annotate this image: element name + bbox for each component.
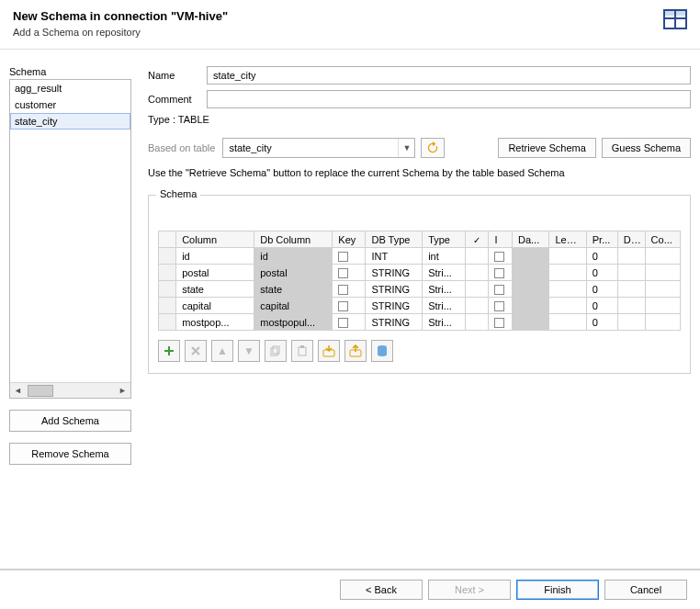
retrieve-schema-button[interactable]: Retrieve Schema <box>498 138 595 158</box>
cell-column[interactable]: state <box>176 281 254 298</box>
cell-key[interactable] <box>333 281 366 298</box>
cell-pr[interactable]: 0 <box>586 265 617 281</box>
checkbox-icon[interactable] <box>338 252 348 262</box>
cell-co[interactable] <box>645 298 680 314</box>
cell-db-type[interactable]: STRING <box>366 265 423 281</box>
back-button[interactable]: < Back <box>340 580 423 600</box>
schema-list[interactable]: agg_result customer state_city ◄ ► <box>9 79 131 399</box>
cell-d[interactable] <box>617 281 645 298</box>
cell-db-column[interactable]: state <box>254 281 333 298</box>
database-button[interactable] <box>371 340 393 362</box>
cell-pr[interactable]: 0 <box>586 248 617 265</box>
cell-len[interactable] <box>549 281 586 298</box>
cell-i[interactable] <box>489 265 513 281</box>
cell-db-type[interactable]: INT <box>366 248 423 265</box>
cell-column[interactable]: id <box>176 248 254 265</box>
refresh-button[interactable] <box>421 138 445 158</box>
cell-key[interactable] <box>333 265 366 281</box>
row-header[interactable] <box>159 265 176 281</box>
col-header[interactable]: Column <box>176 231 254 248</box>
move-up-button[interactable]: ▲ <box>211 340 233 362</box>
cell-pr[interactable]: 0 <box>586 314 617 331</box>
paste-button[interactable] <box>291 340 313 362</box>
col-header[interactable]: Key <box>333 231 366 248</box>
hscrollbar[interactable]: ◄ ► <box>10 382 130 398</box>
cell-db-type[interactable]: STRING <box>366 298 423 314</box>
cell-type[interactable]: Stri... <box>423 281 466 298</box>
table-row[interactable]: mostpop...mostpopul...STRINGStri...0 <box>159 314 681 331</box>
cell-db-column[interactable]: id <box>254 248 333 265</box>
finish-button[interactable]: Finish <box>516 580 599 600</box>
col-header[interactable]: D... <box>617 231 645 248</box>
export-button[interactable] <box>344 340 367 362</box>
cell-db-column[interactable]: capital <box>254 298 333 314</box>
checkbox-icon[interactable] <box>494 285 504 295</box>
cell-key[interactable] <box>333 248 366 265</box>
cell-pr[interactable]: 0 <box>586 281 617 298</box>
cell-column[interactable]: postal <box>176 265 254 281</box>
col-header[interactable]: Pr... <box>586 231 617 248</box>
checkbox-icon[interactable] <box>338 285 348 295</box>
cell-key[interactable] <box>333 298 366 314</box>
col-header-checkbox[interactable] <box>465 231 489 248</box>
scroll-left-arrow-icon[interactable]: ◄ <box>10 383 26 399</box>
col-header[interactable]: Len... <box>549 231 586 248</box>
col-header[interactable]: Type <box>423 231 466 248</box>
cell-da[interactable] <box>512 281 548 298</box>
cell-len[interactable] <box>549 265 586 281</box>
row-header[interactable] <box>159 248 176 265</box>
col-header[interactable]: Da... <box>512 231 548 248</box>
chevron-down-icon[interactable]: ▼ <box>398 139 414 157</box>
checkbox-icon[interactable] <box>494 268 504 278</box>
checkbox-icon[interactable] <box>338 318 348 328</box>
cell-flag[interactable] <box>465 265 489 281</box>
row-header[interactable] <box>159 314 176 331</box>
copy-button[interactable] <box>265 340 287 362</box>
cell-db-type[interactable]: STRING <box>366 281 423 298</box>
cell-db-column[interactable]: postal <box>254 265 333 281</box>
cell-flag[interactable] <box>465 248 489 265</box>
move-down-button[interactable]: ▼ <box>238 340 260 362</box>
table-row[interactable]: capitalcapitalSTRINGStri...0 <box>159 298 681 314</box>
schema-item[interactable]: agg_result <box>10 80 130 96</box>
cell-co[interactable] <box>645 265 680 281</box>
scroll-right-arrow-icon[interactable]: ► <box>115 383 130 399</box>
row-header[interactable] <box>159 298 176 314</box>
cell-type[interactable]: Stri... <box>423 265 466 281</box>
table-row[interactable]: statestateSTRINGStri...0 <box>159 281 681 298</box>
cancel-button[interactable]: Cancel <box>604 580 687 600</box>
col-header[interactable]: Db Column <box>254 231 333 248</box>
name-input[interactable] <box>207 66 691 85</box>
cell-type[interactable]: int <box>423 248 466 265</box>
col-header[interactable]: DB Type <box>366 231 423 248</box>
checkbox-icon[interactable] <box>338 268 348 278</box>
row-header[interactable] <box>159 281 176 298</box>
scroll-thumb[interactable] <box>28 385 53 397</box>
cell-db-column[interactable]: mostpopul... <box>254 314 333 331</box>
cell-da[interactable] <box>512 248 548 265</box>
import-button[interactable] <box>318 340 340 362</box>
cell-d[interactable] <box>617 298 645 314</box>
based-on-combo[interactable]: ▼ <box>222 138 415 158</box>
cell-i[interactable] <box>489 248 513 265</box>
cell-flag[interactable] <box>465 281 489 298</box>
schema-item[interactable]: customer <box>10 96 130 113</box>
cell-len[interactable] <box>549 298 586 314</box>
cell-d[interactable] <box>617 265 645 281</box>
guess-schema-button[interactable]: Guess Schema <box>602 138 691 158</box>
cell-i[interactable] <box>489 314 513 331</box>
cell-db-type[interactable]: STRING <box>366 314 423 331</box>
cell-d[interactable] <box>617 248 645 265</box>
cell-co[interactable] <box>645 248 680 265</box>
cell-len[interactable] <box>549 314 586 331</box>
remove-schema-button[interactable]: Remove Schema <box>9 443 131 465</box>
checkbox-icon[interactable] <box>494 301 504 311</box>
col-header[interactable]: Co... <box>645 231 680 248</box>
add-row-button[interactable] <box>158 340 180 362</box>
cell-type[interactable]: Stri... <box>423 298 466 314</box>
comment-input[interactable] <box>207 90 691 108</box>
cell-da[interactable] <box>512 265 548 281</box>
based-on-input[interactable] <box>223 142 398 153</box>
schema-item[interactable]: state_city <box>10 113 130 130</box>
cell-flag[interactable] <box>465 298 489 314</box>
